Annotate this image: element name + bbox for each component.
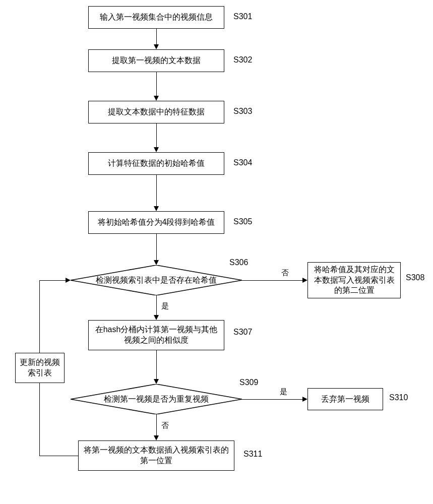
node-s302: 提取第一视频的文本数据 <box>88 49 224 72</box>
node-s305: 将初始哈希值分为4段得到哈希值 <box>88 211 224 234</box>
label-s301: S301 <box>233 12 252 21</box>
label-s311: S311 <box>243 450 262 459</box>
node-s308: 将哈希值及其对应的文本数据写入视频索引表的第二位置 <box>307 262 401 298</box>
branch-yes-s309: 是 <box>280 387 287 397</box>
flowchart-diagram: 输入第一视频集合中的视频信息 S301 提取第一视频的文本数据 S302 提取文… <box>0 0 433 504</box>
node-s303: 提取文本数据中的特征数据 <box>88 101 224 123</box>
label-s303: S303 <box>233 107 252 116</box>
label-s305: S305 <box>233 217 252 226</box>
label-s307: S307 <box>233 328 252 337</box>
svg-marker-1 <box>71 384 242 414</box>
label-s309: S309 <box>239 378 258 387</box>
node-s306: 检测视频索引表中是否存在哈希值 <box>71 265 242 295</box>
label-s310: S310 <box>389 393 408 402</box>
svg-marker-0 <box>71 265 242 295</box>
branch-no-s309: 否 <box>161 421 169 430</box>
node-s309: 检测第一视频是否为重复视频 <box>71 384 242 414</box>
label-s302: S302 <box>233 55 252 65</box>
node-s307: 在hash分桶内计算第一视频与其他视频之间的相似度 <box>88 320 224 350</box>
label-s308: S308 <box>406 273 424 282</box>
node-side: 更新的视频索引表 <box>15 353 65 383</box>
node-s301: 输入第一视频集合中的视频信息 <box>88 6 224 29</box>
node-s310: 丢弃第一视频 <box>307 388 383 410</box>
node-s304: 计算特征数据的初始哈希值 <box>88 152 224 175</box>
branch-yes-s306: 是 <box>161 301 169 311</box>
label-s306: S306 <box>229 258 248 267</box>
node-s311: 将第一视频的文本数据插入视频索引表的第一位置 <box>78 440 234 471</box>
label-s304: S304 <box>233 158 252 167</box>
branch-no-s306: 否 <box>281 268 289 278</box>
